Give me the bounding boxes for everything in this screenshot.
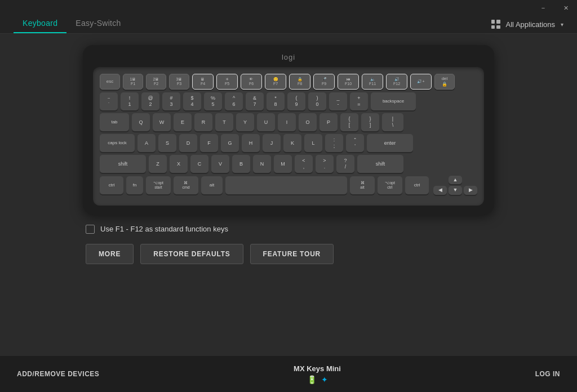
- keyboard-visual: logi esc 1🖥F1 2🖥F2 3🖥F3 🖥F4 ☀F5 👁F6 😊F7 …: [83, 45, 494, 215]
- key-capslock[interactable]: caps lock: [100, 134, 135, 152]
- key-rbracket[interactable]: }]: [361, 113, 379, 131]
- key-m[interactable]: M: [274, 155, 292, 173]
- nav-bar: Keyboard Easy-Switch All Applications ▾: [0, 0, 577, 34]
- key-ctrl-left[interactable]: ctrl: [100, 176, 123, 194]
- key-x[interactable]: X: [170, 155, 188, 173]
- key-semicolon[interactable]: :;: [325, 134, 343, 152]
- key-5[interactable]: %5: [204, 92, 222, 110]
- key-3[interactable]: #3: [162, 92, 180, 110]
- key-l[interactable]: L: [304, 134, 322, 152]
- key-d[interactable]: D: [179, 134, 197, 152]
- key-arrow-up[interactable]: ▲: [449, 176, 462, 184]
- key-fn[interactable]: fn: [126, 176, 143, 194]
- key-c[interactable]: C: [190, 155, 208, 173]
- chevron-down-icon: ▾: [561, 21, 563, 28]
- app-selector[interactable]: All Applications ▾: [491, 20, 563, 33]
- key-p[interactable]: P: [319, 113, 338, 131]
- key-lbracket[interactable]: {[: [340, 113, 358, 131]
- key-minus[interactable]: _-: [329, 92, 347, 110]
- key-y[interactable]: Y: [236, 113, 254, 131]
- key-r[interactable]: R: [194, 113, 212, 131]
- key-tilde[interactable]: ~`: [100, 92, 118, 110]
- key-6[interactable]: ^6: [225, 92, 243, 110]
- key-slash[interactable]: ?/: [336, 155, 354, 173]
- key-arrow-down[interactable]: ▼: [449, 186, 462, 195]
- key-esc[interactable]: esc: [100, 74, 120, 90]
- key-o[interactable]: O: [299, 113, 317, 131]
- key-f9[interactable]: 🎤F9: [313, 74, 335, 90]
- key-f2[interactable]: 2🖥F2: [146, 74, 166, 90]
- key-opt[interactable]: ⌥optstart: [146, 176, 171, 194]
- key-2[interactable]: @2: [141, 92, 159, 110]
- add-remove-devices-button[interactable]: ADD/REMOVE DEVICES: [17, 370, 99, 378]
- key-f4[interactable]: 🖥F4: [192, 74, 214, 90]
- key-period[interactable]: >.: [316, 155, 334, 173]
- main-content: logi esc 1🖥F1 2🖥F2 3🖥F3 🖥F4 ☀F5 👁F6 😊F7 …: [0, 34, 577, 275]
- key-alt[interactable]: alt: [201, 176, 223, 194]
- key-f10[interactable]: ⏭F10: [338, 74, 359, 90]
- key-u[interactable]: U: [257, 113, 275, 131]
- key-t[interactable]: T: [215, 113, 233, 131]
- function-keys-checkbox[interactable]: [86, 225, 95, 234]
- key-8[interactable]: *8: [267, 92, 285, 110]
- tab-keyboard[interactable]: Keyboard: [14, 14, 66, 33]
- key-shift-right[interactable]: shift: [357, 155, 403, 173]
- key-7[interactable]: &7: [246, 92, 264, 110]
- key-f8[interactable]: 🔒F8: [289, 74, 310, 90]
- tab-easy-switch[interactable]: Easy-Switch: [66, 14, 130, 33]
- device-icons: 🔋 ✦: [307, 375, 328, 384]
- key-space[interactable]: [225, 176, 347, 194]
- key-z[interactable]: Z: [149, 155, 167, 173]
- key-opt-right[interactable]: ⌥optctrl: [378, 176, 402, 194]
- key-shift-left[interactable]: shift: [100, 155, 146, 173]
- key-0[interactable]: )0: [308, 92, 326, 110]
- close-button[interactable]: ✕: [554, 0, 577, 16]
- key-enter[interactable]: enter: [367, 134, 413, 152]
- key-k[interactable]: K: [283, 134, 301, 152]
- login-button[interactable]: LOG IN: [535, 370, 560, 378]
- key-quote[interactable]: "': [346, 134, 364, 152]
- key-f13[interactable]: 🔊+: [410, 74, 432, 90]
- key-w[interactable]: W: [153, 113, 171, 131]
- key-q[interactable]: Q: [132, 113, 150, 131]
- key-9[interactable]: (9: [287, 92, 305, 110]
- key-1[interactable]: !1: [121, 92, 139, 110]
- key-b[interactable]: B: [232, 155, 250, 173]
- number-row: ~` !1 @2 #3 $4 %5 ^6 &7 *8 (9 )0 _- += b…: [100, 92, 477, 110]
- key-ctrl-right[interactable]: ctrl: [405, 176, 429, 194]
- key-del[interactable]: del🔒: [434, 74, 455, 90]
- key-a[interactable]: A: [137, 134, 156, 152]
- key-arrow-left[interactable]: ◀: [433, 186, 447, 195]
- key-i[interactable]: I: [278, 113, 296, 131]
- key-e[interactable]: E: [174, 113, 192, 131]
- key-cmd-left[interactable]: ⌘cmd: [174, 176, 198, 194]
- function-keys-label: Use F1 - F12 as standard function keys: [100, 225, 228, 233]
- key-tab[interactable]: tab: [100, 113, 129, 131]
- key-f12[interactable]: 🔊F12: [386, 74, 407, 90]
- key-equals[interactable]: +=: [350, 92, 368, 110]
- key-h[interactable]: H: [242, 134, 260, 152]
- feature-tour-button[interactable]: FEATURE TOUR: [250, 244, 334, 264]
- key-backspace[interactable]: backspace: [371, 92, 416, 110]
- key-f5[interactable]: ☀F5: [216, 74, 238, 90]
- key-f3[interactable]: 3🖥F3: [169, 74, 189, 90]
- more-button[interactable]: MORE: [86, 244, 134, 264]
- key-s[interactable]: S: [158, 134, 176, 152]
- key-n[interactable]: N: [253, 155, 271, 173]
- key-alt-right[interactable]: ⌘alt: [350, 176, 375, 194]
- restore-defaults-button[interactable]: RESTORE DEFAULTS: [140, 244, 243, 264]
- key-f1[interactable]: 1🖥F1: [123, 74, 143, 90]
- key-v[interactable]: V: [211, 155, 229, 173]
- minimize-button[interactable]: −: [532, 0, 554, 16]
- key-f6[interactable]: 👁F6: [241, 74, 262, 90]
- window-controls: − ✕: [532, 0, 577, 16]
- key-comma[interactable]: <,: [295, 155, 313, 173]
- key-backslash[interactable]: |\: [382, 113, 403, 131]
- key-f11[interactable]: 🔈F11: [362, 74, 383, 90]
- key-g[interactable]: G: [221, 134, 239, 152]
- key-f[interactable]: F: [200, 134, 218, 152]
- key-j[interactable]: J: [263, 134, 281, 152]
- key-4[interactable]: $4: [183, 92, 201, 110]
- key-arrow-right[interactable]: ▶: [464, 186, 477, 195]
- key-f7[interactable]: 😊F7: [265, 74, 286, 90]
